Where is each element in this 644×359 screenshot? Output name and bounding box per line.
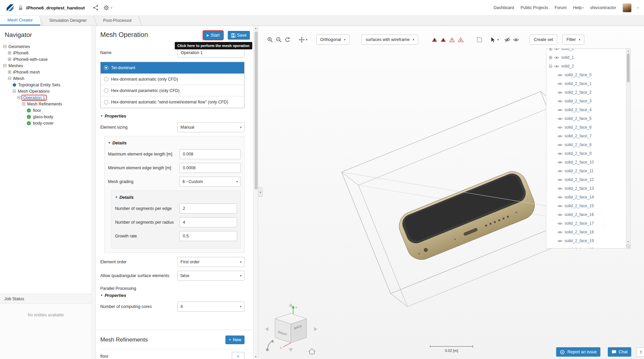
face-label[interactable]: solid_2_face_12: [565, 177, 594, 182]
collapse-icon[interactable]: −: [8, 77, 11, 80]
face-list-item[interactable]: +solid_0: [546, 48, 626, 53]
triangle-arrow-icon-4[interactable]: [457, 35, 465, 44]
panel-collapse-handle[interactable]: ◀: [258, 187, 263, 197]
eye-icon[interactable]: [557, 187, 563, 190]
username[interactable]: shivcontractor: [590, 5, 616, 10]
eye-icon[interactable]: [554, 64, 559, 68]
tree-item-iphone6-mesh[interactable]: +iPhone6 mesh: [2, 69, 90, 75]
face-list-item[interactable]: solid_2_face_0: [546, 71, 626, 79]
face-label[interactable]: solid_1: [561, 55, 574, 60]
face-label[interactable]: solid_2_face_2: [565, 90, 592, 95]
mesh-panel-scrollbar[interactable]: ▲ ▼: [253, 26, 258, 359]
rotate-left-icon[interactable]: [265, 327, 268, 331]
element-order-select[interactable]: First order ▾: [177, 257, 245, 267]
tree-item-operation-1[interactable]: −Operation 1: [2, 94, 90, 101]
face-list-item[interactable]: solid_2_face_13: [546, 184, 626, 193]
expand-icon[interactable]: +: [549, 48, 552, 50]
face-list-item[interactable]: solid_2_face_18: [546, 228, 626, 236]
tree-item-body-cover[interactable]: ✓body-cover: [2, 120, 90, 126]
collapse-icon[interactable]: −: [17, 96, 20, 99]
face-list-item[interactable]: solid_2_face_10: [546, 158, 626, 167]
triangle-arrow-icon-2[interactable]: [439, 35, 448, 44]
eye-icon[interactable]: [557, 143, 563, 147]
tab-simulation-designer[interactable]: Simulation Designer: [42, 16, 94, 26]
scrollbar-thumb[interactable]: [255, 32, 258, 189]
face-list-item[interactable]: solid_2_face_11: [546, 167, 626, 175]
collapse-icon[interactable]: −: [3, 64, 6, 67]
mesh-grading-select[interactable]: 6 - Custom ▾: [179, 177, 241, 187]
user-caret-icon[interactable]: ▾: [637, 6, 639, 9]
tree-item-label[interactable]: iPhone6 mesh: [13, 70, 40, 75]
face-label[interactable]: solid_2_face_17: [565, 221, 594, 226]
face-list-item[interactable]: solid_2_face_4: [546, 105, 626, 114]
tree-item-iphone6-with-case[interactable]: +iPhone6-with-case: [2, 56, 90, 62]
cores-select[interactable]: 4 ▾: [177, 302, 245, 312]
face-label[interactable]: solid_2: [561, 64, 574, 69]
face-label[interactable]: solid_2_face_7: [565, 134, 592, 138]
face-label[interactable]: solid_2_face_10: [565, 160, 594, 165]
max-edge-input[interactable]: [179, 149, 241, 159]
face-list-item[interactable]: solid_2_face_3: [546, 97, 626, 105]
gear-caret-icon[interactable]: ▾: [111, 6, 112, 9]
tree-item-topological-entity-sets[interactable]: Topological Entity Sets: [2, 82, 90, 88]
face-list-item[interactable]: solid_2_face_6: [546, 123, 626, 132]
eye-icon[interactable]: [557, 222, 563, 225]
eye-icon[interactable]: [557, 178, 563, 182]
scroll-down-icon[interactable]: ▼: [254, 355, 258, 358]
tree-item-label[interactable]: Meshes: [8, 63, 23, 68]
eye-icon[interactable]: [557, 239, 563, 243]
min-edge-input[interactable]: [179, 163, 241, 173]
face-list-item[interactable]: solid_2_face_1: [546, 79, 626, 88]
zoom-in-icon[interactable]: [266, 35, 274, 44]
face-label[interactable]: solid_0: [561, 48, 574, 51]
expand-icon[interactable]: +: [549, 56, 552, 59]
tree-item-meshes[interactable]: −Meshes: [2, 62, 90, 69]
element-sizing-select[interactable]: Manual ▾: [177, 122, 245, 132]
eye-icon[interactable]: [557, 91, 563, 94]
algorithm-option-hex-parametric[interactable]: Hex-dominant parametric (only CFD): [101, 85, 244, 96]
eye-icon[interactable]: [557, 230, 563, 234]
tree-item-imesh[interactable]: −iMesh: [2, 75, 90, 82]
eye-icon[interactable]: [557, 134, 563, 138]
eye-icon[interactable]: [557, 82, 563, 86]
tree-item-label[interactable]: Topological Entity Sets: [18, 83, 60, 87]
tree-item-mesh-operations[interactable]: −Mesh Operations: [2, 88, 90, 94]
tree-item-label[interactable]: glass-body: [33, 115, 53, 119]
expand-icon[interactable]: +: [8, 51, 11, 54]
eye-icon[interactable]: [557, 248, 563, 249]
face-label[interactable]: solid_2_face_8: [565, 142, 592, 147]
eye-icon[interactable]: [557, 126, 563, 129]
radio-icon[interactable]: [104, 77, 108, 81]
face-list-item[interactable]: solid_2_face_19: [546, 236, 626, 245]
refinement-dropdown[interactable]: ▾: [232, 352, 245, 359]
expand-icon[interactable]: +: [8, 58, 11, 61]
refinement-row-label[interactable]: floor: [100, 354, 232, 359]
new-refinement-button[interactable]: + New: [225, 335, 245, 344]
tree-item-label[interactable]: Mesh Refinements: [27, 102, 62, 106]
face-label[interactable]: solid_2_face_19: [565, 238, 594, 243]
face-list-item[interactable]: solid_2_face_17: [546, 219, 626, 228]
tree-item-mesh-refinements[interactable]: −Mesh Refinements: [2, 101, 90, 107]
tree-item-floor[interactable]: ✓floor: [2, 107, 90, 114]
tree-item-label[interactable]: Mesh Operations: [18, 89, 50, 94]
face-label[interactable]: solid_2_face_9: [565, 151, 592, 156]
eye-icon[interactable]: [557, 195, 563, 199]
face-label[interactable]: solid_2_face_20: [565, 247, 594, 249]
eye-icon[interactable]: [557, 73, 563, 77]
eye-icon[interactable]: [557, 213, 563, 217]
eye-icon[interactable]: [557, 117, 563, 121]
scroll-up-icon[interactable]: ▲: [626, 50, 630, 52]
tree-item-label[interactable]: iPhone6: [13, 51, 29, 55]
expand-icon[interactable]: +: [8, 71, 11, 74]
home-view-icon[interactable]: [309, 349, 315, 354]
zoom-out-icon[interactable]: [274, 35, 283, 44]
save-button[interactable]: Save: [228, 31, 250, 40]
start-button[interactable]: ▶ Start: [203, 31, 223, 40]
chat-button[interactable]: Chat: [608, 347, 631, 357]
resize-handle[interactable]: [626, 244, 630, 248]
face-label[interactable]: solid_2_face_0: [565, 73, 592, 77]
pointer-icon[interactable]: [489, 35, 497, 44]
navigator-scrollbar[interactable]: [92, 26, 96, 359]
create-set-button[interactable]: Create set: [530, 35, 557, 45]
avatar[interactable]: [623, 3, 632, 12]
